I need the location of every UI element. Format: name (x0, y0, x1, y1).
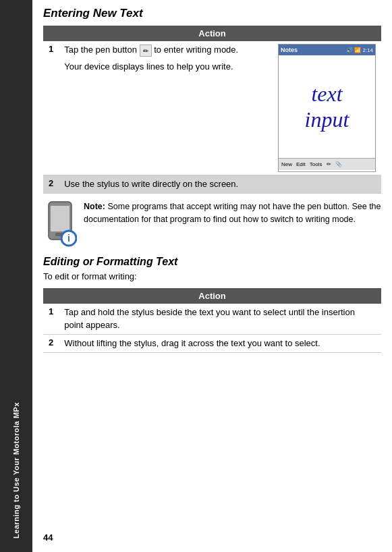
screenshot-body: text input (279, 55, 375, 158)
handwritten-line2: input (305, 107, 349, 132)
note-bold-prefix: Note: (84, 202, 105, 211)
phone-info-icon: i (43, 200, 77, 248)
action-table-2: Action 1 Tap and hold the stylus beside … (43, 288, 381, 353)
toolbar-tools: Tools (310, 161, 323, 167)
handwritten-text: text input (305, 81, 349, 133)
svg-text:i: i (67, 233, 70, 244)
page-number: 44 (43, 532, 53, 543)
table-header: Action (43, 26, 381, 41)
note-text: Note: Some programs that accept writing … (84, 200, 381, 226)
screenshot-titlebar: Notes 🔊 📶 2:14 (279, 45, 375, 55)
info-icon-container: i (43, 200, 77, 248)
handwritten-line1: text (305, 81, 349, 107)
toolbar-pen: ✏ (327, 161, 331, 167)
step1-line2: Your device displays lines to help you w… (64, 61, 271, 73)
action-table-1: Action 1 Tap the pen button ✏ to enter w… (43, 26, 381, 194)
table2-step1-number: 1 (43, 304, 59, 334)
svg-rect-1 (51, 206, 69, 231)
table-row-step1: 1 Tap the pen button ✏ to enter writing … (43, 41, 381, 175)
sidebar: Learning to Use Your Motorola MPx (0, 0, 32, 552)
toolbar-new: New (281, 161, 292, 167)
note-body: Some programs that accept writing may no… (84, 202, 381, 224)
table-header-row: Action (43, 26, 381, 41)
section-title-2: Editing or Formatting Text (43, 256, 381, 268)
note-block: i Note: Some programs that accept writin… (43, 200, 381, 248)
screenshot-title: Notes (281, 47, 298, 53)
table2-step1-text: Tap and hold the stylus beside the text … (59, 304, 381, 334)
table2-header-row: Action (43, 288, 381, 304)
step1-number: 1 (43, 41, 59, 175)
step1-content: Tap the pen button ✏ to enter writing mo… (64, 44, 376, 172)
step2-number: 2 (43, 175, 59, 194)
page-title: Entering New Text (43, 7, 381, 20)
pen-button-icon: ✏ (140, 45, 152, 57)
toolbar-edit: Edit (296, 161, 306, 167)
main-content: Entering New Text Action 1 Tap the pen b… (32, 0, 392, 552)
table2-step2-text: Without lifting the stylus, drag it acro… (59, 334, 381, 352)
toolbar-attach: 📎 (335, 161, 342, 167)
table2-step2-number: 2 (43, 334, 59, 352)
screenshot-icons: 🔊 📶 2:14 (346, 47, 373, 53)
step1-text: Tap the pen button ✏ to enter writing mo… (64, 44, 271, 172)
section-intro: To edit or format writing: (43, 271, 381, 283)
table-row-step2: 2 Use the stylus to write directly on th… (43, 175, 381, 194)
table2-row-step1: 1 Tap and hold the stylus beside the tex… (43, 304, 381, 334)
table2-header: Action (43, 288, 381, 304)
step1-text-before-icon: Tap the pen button (64, 45, 137, 55)
step1-content-cell: Tap the pen button ✏ to enter writing mo… (59, 41, 381, 175)
screenshot-toolbar: New Edit Tools ✏ 📎 (279, 158, 375, 170)
step1-text-after-icon: to enter writing mode. (154, 45, 238, 55)
step2-text: Use the stylus to write directly on the … (59, 175, 381, 194)
table2-row-step2: 2 Without lifting the stylus, drag it ac… (43, 334, 381, 352)
sidebar-label: Learning to Use Your Motorola MPx (12, 402, 20, 539)
notes-screenshot: Notes 🔊 📶 2:14 text input New Edit (278, 44, 376, 172)
step1-line1: Tap the pen button ✏ to enter writing mo… (64, 44, 271, 57)
